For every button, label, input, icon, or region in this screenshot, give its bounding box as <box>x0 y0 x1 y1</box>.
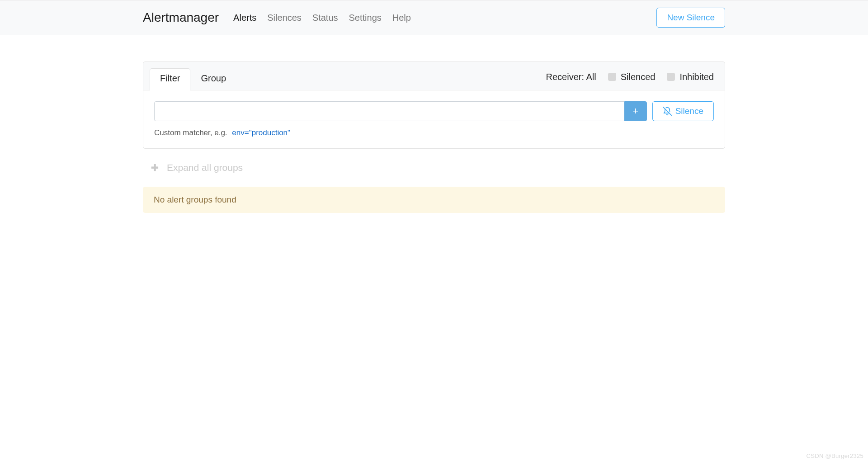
navbar: Alertmanager Alerts Silences Status Sett… <box>0 0 868 35</box>
hint-example: env="production" <box>232 128 290 137</box>
tab-group[interactable]: Group <box>190 68 236 90</box>
nav-link-status[interactable]: Status <box>312 13 338 23</box>
filter-input[interactable] <box>154 101 624 121</box>
expand-all-label: Expand all groups <box>167 162 243 173</box>
silenced-checkbox[interactable] <box>608 73 616 81</box>
inhibited-checkbox[interactable] <box>667 73 675 81</box>
nav-link-settings[interactable]: Settings <box>349 13 382 23</box>
tab-filter[interactable]: Filter <box>150 68 190 90</box>
inhibited-label: Inhibited <box>679 72 714 82</box>
add-matcher-button[interactable]: + <box>624 101 647 121</box>
nav-link-alerts[interactable]: Alerts <box>233 13 256 23</box>
brand-title: Alertmanager <box>143 10 219 25</box>
hint-prefix: Custom matcher, e.g. <box>154 128 227 137</box>
no-groups-message: No alert groups found <box>154 195 236 204</box>
expand-all-button[interactable]: ✚ Expand all groups <box>143 162 725 173</box>
plus-icon: ✚ <box>151 162 159 173</box>
nav-link-help[interactable]: Help <box>392 13 411 23</box>
bell-off-icon <box>663 107 672 116</box>
new-silence-button[interactable]: New Silence <box>656 8 725 28</box>
plus-icon: + <box>632 105 638 117</box>
svg-line-0 <box>663 107 671 115</box>
nav-link-silences[interactable]: Silences <box>267 13 302 23</box>
silence-button[interactable]: Silence <box>652 101 714 121</box>
filter-card: Filter Group Receiver: All Silenced Inhi… <box>143 61 725 149</box>
new-silence-button-label: New Silence <box>667 13 715 23</box>
receiver-label: Receiver: All <box>546 72 596 82</box>
nav-links: Alerts Silences Status Settings Help <box>233 13 411 23</box>
silenced-label: Silenced <box>621 72 656 82</box>
no-groups-alert: No alert groups found <box>143 187 725 213</box>
tabs: Filter Group <box>150 68 236 90</box>
matcher-hint: Custom matcher, e.g. env="production" <box>154 128 714 137</box>
silence-button-label: Silence <box>675 106 703 116</box>
